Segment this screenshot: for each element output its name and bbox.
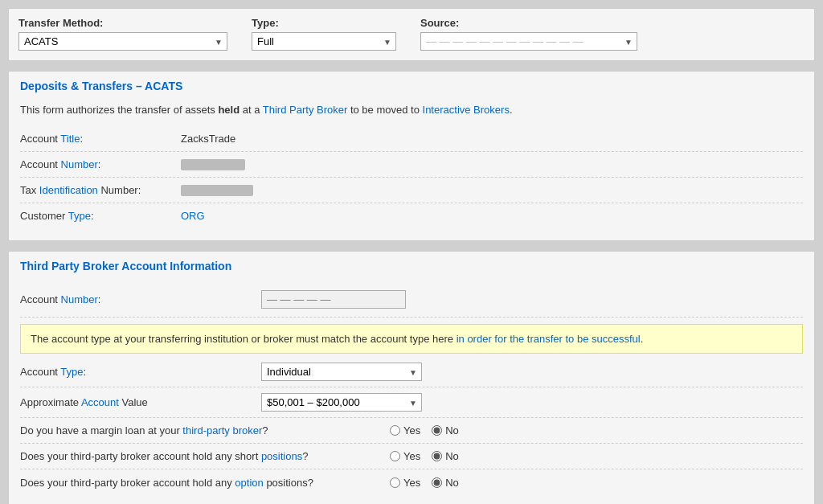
account-type-row: Account Type: Individual Joint Trust IRA <box>20 357 803 387</box>
customer-type-value: ORG <box>181 210 205 222</box>
tax-id-label: Tax Identification Number: <box>20 184 181 196</box>
margin-loan-yes-option[interactable]: Yes <box>390 424 420 436</box>
approx-value-label: Approximate Account Value <box>20 396 261 408</box>
margin-loan-no-label: No <box>445 424 459 436</box>
desc-link-ib: Interactive Brokers <box>423 104 510 116</box>
short-positions-label: Does your third-party broker account hol… <box>20 450 390 462</box>
transfer-method-group: Transfer Method: ACATS Wire Check <box>18 17 227 51</box>
option-positions-yes-label: Yes <box>403 477 420 489</box>
tp-account-number-label: Account Number: <box>20 293 261 305</box>
warning-text-2: . <box>641 333 644 345</box>
account-number-value <box>181 158 245 170</box>
type-group: Type: Full Partial <box>252 17 396 51</box>
short-positions-radio-group: Yes No <box>390 450 459 462</box>
margin-loan-no-radio[interactable] <box>432 425 442 436</box>
source-label: Source: <box>420 17 637 29</box>
source-select-wrapper[interactable]: — — — — — — — — — — — — <box>420 32 637 51</box>
short-positions-yes-label: Yes <box>403 450 420 462</box>
tax-id-value <box>181 183 253 196</box>
deposits-description: This form authorizes the transfer of ass… <box>20 102 803 118</box>
desc-text-1: This form authorizes the transfer of ass… <box>20 104 263 116</box>
deposits-section-title: Deposits & Transfers – ACATS <box>9 72 814 97</box>
option-positions-radio-group: Yes No <box>390 477 459 489</box>
short-positions-yes-option[interactable]: Yes <box>390 450 420 462</box>
account-number-blurred <box>181 159 245 170</box>
margin-loan-radio-group: Yes No <box>390 424 459 436</box>
transfer-method-row: Transfer Method: ACATS Wire Check Type: … <box>9 9 814 60</box>
margin-loan-label: Do you have a margin loan at your third-… <box>20 424 390 436</box>
type-select[interactable]: Full Partial <box>252 32 396 51</box>
margin-loan-yes-radio[interactable] <box>390 425 400 436</box>
desc-text-3: . <box>510 104 513 116</box>
short-positions-no-label: No <box>445 450 459 462</box>
option-positions-yes-radio[interactable] <box>390 477 400 488</box>
transfer-method-select[interactable]: ACATS Wire Check <box>18 32 227 51</box>
approx-value-select[interactable]: Under $10,000 $10,001 – $50,000 $50,001 … <box>261 393 422 412</box>
third-party-section-title: Third Party Broker Account Information <box>9 252 814 277</box>
deposits-transfers-section: Deposits & Transfers – ACATS This form a… <box>8 71 815 241</box>
desc-link-third-party: Third Party Broker <box>263 104 347 116</box>
warning-text-1: The account type at your transferring in… <box>31 333 457 345</box>
tax-id-row: Tax Identification Number: <box>20 178 803 203</box>
short-positions-no-option[interactable]: No <box>432 450 459 462</box>
margin-loan-yes-label: Yes <box>403 424 420 436</box>
source-select[interactable]: — — — — — — — — — — — — <box>420 32 637 51</box>
account-type-select-wrapper[interactable]: Individual Joint Trust IRA <box>261 363 422 381</box>
account-title-row: Account Title: ZacksTrade <box>20 126 803 152</box>
option-positions-yes-option[interactable]: Yes <box>390 477 420 489</box>
desc-text-2: to be moved to <box>347 104 422 116</box>
option-positions-row: Does your third-party broker account hol… <box>20 469 803 495</box>
third-party-section-content: Account Number: The account type at your… <box>9 277 814 505</box>
transfer-method-select-wrapper[interactable]: ACATS Wire Check <box>18 32 227 51</box>
warning-highlight: in order for the transfer to be successf… <box>457 333 641 345</box>
margin-loan-row: Do you have a margin loan at your third-… <box>20 418 803 444</box>
customer-type-label: Customer Type: <box>20 210 181 222</box>
account-type-select[interactable]: Individual Joint Trust IRA <box>261 363 422 381</box>
option-positions-no-option[interactable]: No <box>432 477 459 489</box>
tax-id-blurred <box>181 185 253 196</box>
account-title-label: Account Title: <box>20 133 181 145</box>
type-label: Type: <box>252 17 396 29</box>
account-type-label: Account Type: <box>20 366 261 378</box>
transfer-method-section: Transfer Method: ACATS Wire Check Type: … <box>8 8 815 61</box>
short-positions-no-radio[interactable] <box>432 451 442 461</box>
third-party-section: Third Party Broker Account Information A… <box>8 251 815 505</box>
approx-value-select-wrapper[interactable]: Under $10,000 $10,001 – $50,000 $50,001 … <box>261 393 422 412</box>
source-group: Source: — — — — — — — — — — — — <box>420 17 637 51</box>
transfer-method-label: Transfer Method: <box>18 17 227 29</box>
deposits-section-content: This form authorizes the transfer of ass… <box>9 97 814 240</box>
option-positions-no-radio[interactable] <box>432 477 442 488</box>
account-number-label: Account Number: <box>20 158 181 170</box>
tp-account-number-input[interactable] <box>261 290 406 309</box>
account-number-row: Account Number: <box>20 152 803 178</box>
page-wrapper: Transfer Method: ACATS Wire Check Type: … <box>0 0 823 504</box>
type-select-wrapper[interactable]: Full Partial <box>252 32 396 51</box>
account-title-value: ZacksTrade <box>181 133 235 145</box>
short-positions-row: Does your third-party broker account hol… <box>20 444 803 469</box>
short-positions-yes-radio[interactable] <box>390 451 400 461</box>
margin-loan-no-option[interactable]: No <box>432 424 459 436</box>
customer-type-row: Customer Type: ORG <box>20 203 803 229</box>
option-positions-no-label: No <box>445 477 459 489</box>
approx-value-row: Approximate Account Value Under $10,000 … <box>20 387 803 418</box>
tp-account-number-row: Account Number: <box>20 282 803 318</box>
option-positions-label: Does your third-party broker account hol… <box>20 477 390 489</box>
warning-box: The account type at your transferring in… <box>20 324 803 354</box>
